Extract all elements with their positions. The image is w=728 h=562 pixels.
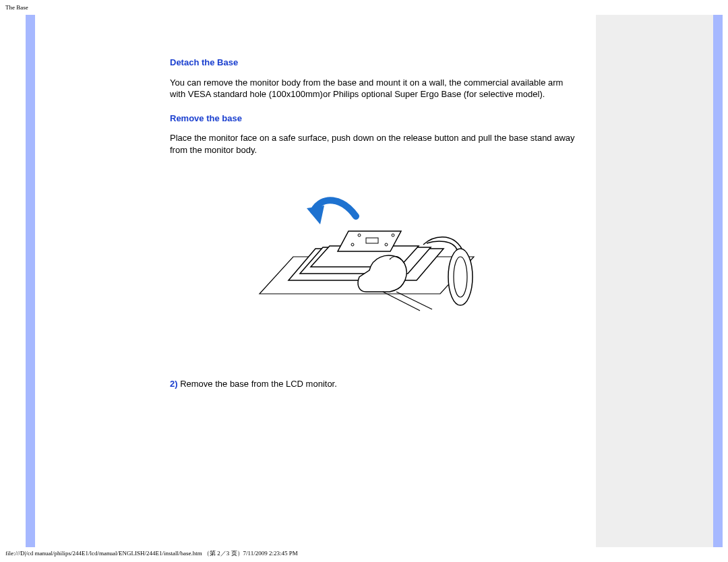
step-2-text: Remove the base from the LCD monitor. [178, 379, 337, 389]
illustration-remove-base [251, 176, 494, 331]
step-2-number: 2) [170, 379, 178, 389]
page-header-label: The Base [5, 4, 28, 11]
paragraph-remove-base: Place the monitor face on a safe surface… [170, 132, 576, 156]
illustration-wrap [170, 176, 576, 331]
step-2-line: 2) Remove the base from the LCD monitor. [170, 378, 576, 390]
sidebar-gray [596, 15, 713, 547]
svg-marker-12 [307, 206, 324, 224]
page-footer-path: file:///D|/cd manual/philips/244E1/lcd/m… [5, 549, 298, 558]
content-inner: Detach the Base You can remove the monit… [35, 15, 596, 404]
accent-bar-left [26, 15, 35, 547]
page-wrap: Detach the Base You can remove the monit… [0, 15, 728, 547]
accent-bar-right [713, 15, 723, 547]
heading-remove-base: Remove the base [170, 113, 576, 125]
paragraph-detach-base: You can remove the monitor body from the… [170, 77, 576, 100]
svg-point-11 [454, 257, 467, 297]
heading-detach-base: Detach the Base [170, 57, 576, 69]
content-column: Detach the Base You can remove the monit… [35, 15, 596, 547]
svg-marker-4 [338, 231, 401, 251]
